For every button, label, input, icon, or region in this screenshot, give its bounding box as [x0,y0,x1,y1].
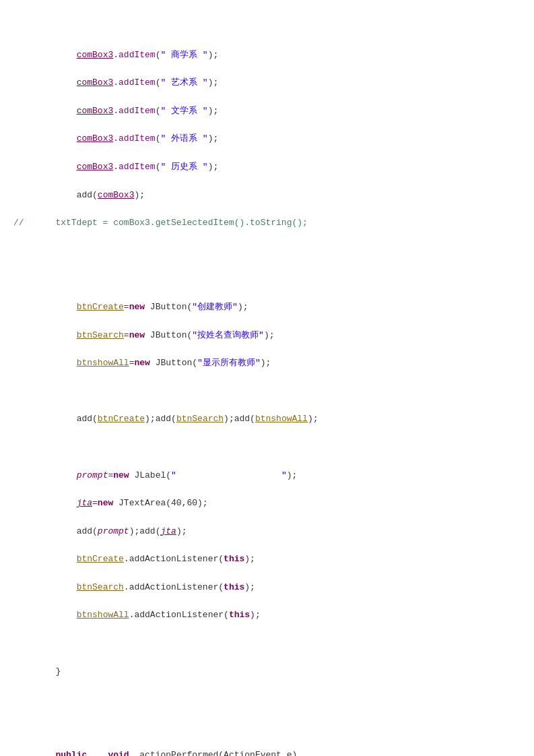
kw-new: new [98,498,113,508]
string-literal: "创建教师" [192,302,238,312]
code-line: // txtTdept = comBox3.getSelectedItem().… [13,216,521,230]
var-combox3: comBox3 [77,50,114,60]
code-line: comBox3.addItem(" 商学系 "); [13,49,521,63]
string-literal: "显示所有教师" [197,358,261,368]
method-additem: addItem [119,106,156,116]
kw-this: this [224,582,244,592]
kw-new: new [129,302,145,312]
var-combox3: comBox3 [98,190,135,200]
code-line: add(comBox3); [13,189,521,203]
code-line: comBox3.addItem(" 外语系 "); [13,132,521,146]
comment: // txtTdept = comBox3.getSelectedItem().… [13,218,308,228]
method-additem: addItem [119,162,156,172]
code-line: btnSearch.addActionListener(this); [13,581,521,595]
code-line: comBox3.addItem(" 艺术系 "); [13,76,521,90]
code-line: btnCreate.addActionListener(this); [13,553,521,567]
var-combox3: comBox3 [77,106,114,116]
var-combox3: comBox3 [77,162,114,172]
code-line: } [13,665,521,679]
code-line: comBox3.addItem(" 历史系 "); [13,160,521,175]
empty-line [13,385,521,399]
var-btnsearch: btnSearch [77,330,124,340]
code-line: add(prompt);add(jta); [13,525,521,539]
code-line: add(btnCreate);add(btnSearch);add(btnsho… [13,412,521,427]
code-line: prompt=new JLabel(" "); [13,469,521,483]
var-jta: jta [160,526,176,536]
empty-line [13,245,521,259]
empty-line [13,272,521,286]
var-btncreate: btnCreate [77,302,124,312]
empty-line [13,441,521,455]
code-line: public void actionPerformed(ActionEvent … [13,749,521,756]
kw-new: new [113,470,129,480]
kw-new: new [129,330,145,340]
string-literal: " 艺术系 " [160,77,207,88]
var-jta: jta [77,498,92,508]
string-literal: " 文学系 " [160,106,207,116]
kw-new: new [134,358,149,368]
code-block: comBox3.addItem(" 商学系 "); comBox3.addIte… [0,13,534,756]
var-btncreate: btnCreate [77,554,124,564]
empty-line [13,721,521,735]
code-line: btnSearch=new JButton("按姓名查询教师"); [13,329,521,343]
string-literal: " 外语系 " [160,133,207,144]
var-btnshowall: btnshowAll [77,358,129,368]
kw-void: void [108,750,129,756]
var-prompt: prompt [98,526,129,536]
method-additem: addItem [119,133,156,144]
kw-this: this [229,610,250,620]
string-literal: " 历史系 " [160,162,207,172]
var-combox3: comBox3 [77,77,114,88]
string-literal: " 商学系 " [160,50,207,60]
var-btnsearch: btnSearch [176,414,224,424]
string-literal: "按姓名查询教师" [192,330,264,340]
var-prompt: prompt [77,470,108,480]
var-btncreate: btnCreate [98,414,145,424]
method-additem: addItem [119,77,156,88]
var-btnshowall: btnshowAll [77,610,129,620]
code-line: jta=new JTextArea(40,60); [13,497,521,511]
code-line: btnshowAll.addActionListener(this); [13,608,521,623]
var-btnshowall: btnshowAll [255,414,308,424]
code-line: btnshowAll=new JButton("显示所有教师"); [13,356,521,371]
kw-this: this [224,554,244,564]
string-literal: " " [171,470,287,480]
code-line: comBox3.addItem(" 文学系 "); [13,104,521,119]
var-btnsearch: btnSearch [77,582,124,592]
method-additem: addItem [119,50,156,60]
kw-public: public [55,750,87,756]
var-combox3: comBox3 [77,133,114,144]
empty-line [13,693,521,707]
code-line: btnCreate=new JButton("创建教师"); [13,301,521,315]
empty-line [13,637,521,651]
